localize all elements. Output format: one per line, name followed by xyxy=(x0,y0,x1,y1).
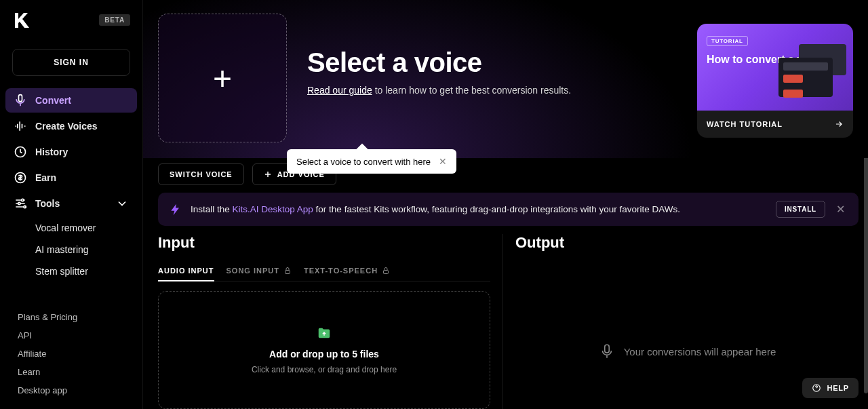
tutorial-badge: TUTORIAL xyxy=(707,36,748,46)
svg-rect-8 xyxy=(604,345,609,353)
nav-item-convert[interactable]: Convert xyxy=(5,88,137,113)
nav-subitem-stem-splitter[interactable]: Stem splitter xyxy=(35,260,137,282)
footer-link-affiliate[interactable]: Affiliate xyxy=(18,345,125,363)
input-title: Input xyxy=(158,234,490,252)
microphone-icon xyxy=(14,94,27,107)
svg-rect-6 xyxy=(285,271,290,274)
install-button[interactable]: INSTALL xyxy=(776,201,825,218)
tab-text-to-speech[interactable]: TEXT-TO-SPEECH xyxy=(304,261,390,281)
dropzone-title: Add or drop up to 5 files xyxy=(269,349,379,359)
hero-subtitle: Read our guide to learn how to get the b… xyxy=(307,85,677,96)
switch-voice-button[interactable]: SWITCH VOICE xyxy=(158,163,244,185)
beta-badge: BETA xyxy=(99,14,130,26)
lock-icon xyxy=(382,267,390,275)
footer-link-plans[interactable]: Plans & Pricing xyxy=(18,308,125,326)
hero-text: Select a voice Read our guide to learn h… xyxy=(307,14,677,158)
nav-subitem-vocal-remover[interactable]: Vocal remover xyxy=(35,217,137,239)
footer-link-api[interactable]: API xyxy=(18,326,125,345)
add-voice-card[interactable]: + xyxy=(158,14,287,142)
sliders-icon xyxy=(14,197,27,210)
arrow-right-icon xyxy=(834,119,844,129)
main-content: + Select a voice Read our guide to learn… xyxy=(143,0,868,409)
nav-subitem-ai-mastering[interactable]: AI mastering xyxy=(35,239,137,260)
tab-label: SONG INPUT xyxy=(226,267,279,275)
nav-item-earn[interactable]: Earn xyxy=(5,165,137,190)
select-voice-tooltip: Select a voice to convert with here ✕ xyxy=(287,149,456,174)
output-title: Output xyxy=(515,234,859,252)
soundwave-icon xyxy=(14,119,27,133)
help-button[interactable]: HELP xyxy=(802,378,859,398)
tutorial-preview: TUTORIAL How to convert a voice xyxy=(697,24,853,111)
dropzone-subtitle: Click and browse, or drag and drop here xyxy=(252,365,397,374)
tab-audio-input[interactable]: AUDIO INPUT xyxy=(158,261,214,281)
nav-label: Create Voices xyxy=(35,121,98,132)
dollar-icon xyxy=(14,171,27,184)
svg-rect-0 xyxy=(19,95,22,102)
footer-link-desktop[interactable]: Desktop app xyxy=(18,381,125,400)
hero-section: + Select a voice Read our guide to learn… xyxy=(143,0,868,158)
plus-icon xyxy=(264,170,272,178)
nav-label: Tools xyxy=(35,198,60,209)
tooltip-text: Select a voice to convert with here xyxy=(296,157,431,167)
tutorial-footer: WATCH TUTORIAL xyxy=(697,111,853,138)
folder-upload-icon xyxy=(315,326,333,340)
help-label: HELP xyxy=(827,384,849,392)
plus-icon: + xyxy=(213,60,232,97)
tab-song-input[interactable]: SONG INPUT xyxy=(226,261,292,281)
tutorial-card[interactable]: TUTORIAL How to convert a voice WATCH TU… xyxy=(697,24,853,138)
desktop-app-link[interactable]: Kits.AI Desktop App xyxy=(233,204,313,214)
nav-label: Convert xyxy=(35,95,71,106)
history-icon xyxy=(14,145,27,159)
input-tabs: AUDIO INPUT SONG INPUT TEXT-TO-SPEECH xyxy=(158,261,490,281)
main-nav: Convert Create Voices History Earn Tools… xyxy=(0,88,142,301)
tab-label: TEXT-TO-SPEECH xyxy=(304,267,378,275)
desktop-app-banner: Install the Kits.AI Desktop App for the … xyxy=(158,193,859,226)
svg-rect-7 xyxy=(384,271,389,274)
footer-link-learn[interactable]: Learn xyxy=(18,363,125,381)
app-logo xyxy=(12,12,34,28)
lightning-icon xyxy=(169,203,182,216)
file-dropzone[interactable]: Add or drop up to 5 files Click and brow… xyxy=(158,291,490,409)
watch-tutorial-label: WATCH TUTORIAL xyxy=(707,120,783,128)
sidebar: BETA SIGN IN Convert Create Voices Histo… xyxy=(0,0,143,409)
footer-links: Plans & Pricing API Affiliate Learn Desk… xyxy=(0,301,142,409)
io-area: Input AUDIO INPUT SONG INPUT TEXT-TO-SPE… xyxy=(158,234,859,409)
nav-label: History xyxy=(35,147,68,157)
sidebar-header: BETA xyxy=(0,0,142,39)
tools-subitems: Vocal remover AI mastering Stem splitter xyxy=(5,217,137,282)
nav-item-history[interactable]: History xyxy=(5,140,137,164)
nav-item-tools[interactable]: Tools xyxy=(5,191,137,216)
output-empty-text: Your conversions will appear here xyxy=(624,346,776,357)
hero-title: Select a voice xyxy=(307,47,677,78)
input-panel: Input AUDIO INPUT SONG INPUT TEXT-TO-SPE… xyxy=(158,234,502,409)
lock-icon xyxy=(283,267,292,275)
nav-label: Earn xyxy=(35,172,56,183)
nav-item-create-voices[interactable]: Create Voices xyxy=(5,114,137,138)
microphone-icon xyxy=(598,343,616,360)
sign-in-button[interactable]: SIGN IN xyxy=(12,49,130,76)
guide-link[interactable]: Read our guide xyxy=(307,85,372,96)
help-icon xyxy=(812,383,821,393)
svg-point-3 xyxy=(22,199,24,201)
tutorial-mockup xyxy=(778,44,846,104)
tooltip-close-button[interactable]: ✕ xyxy=(439,156,447,167)
chevron-down-icon xyxy=(115,197,129,210)
banner-text: Install the Kits.AI Desktop App for the … xyxy=(191,204,768,214)
svg-point-4 xyxy=(18,202,20,204)
banner-close-button[interactable]: ✕ xyxy=(833,203,848,216)
hero-subtitle-rest: to learn how to get the best conversion … xyxy=(372,85,571,96)
